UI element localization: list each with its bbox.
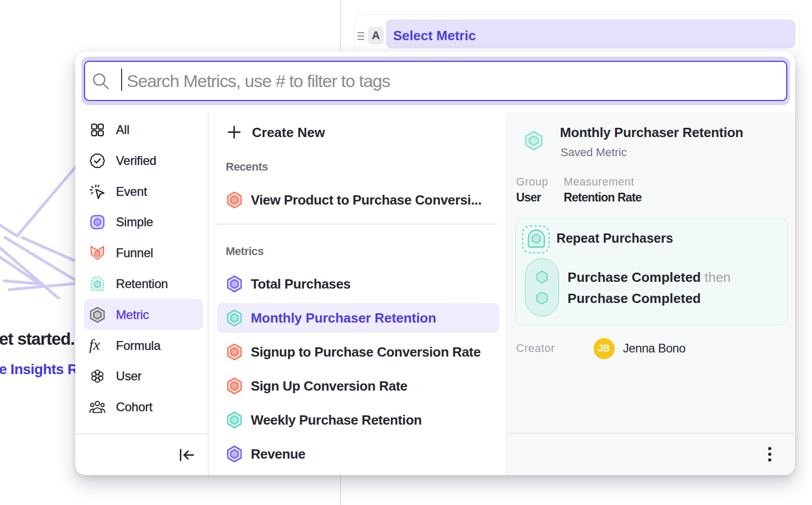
svg-text:fx: fx	[89, 337, 100, 353]
